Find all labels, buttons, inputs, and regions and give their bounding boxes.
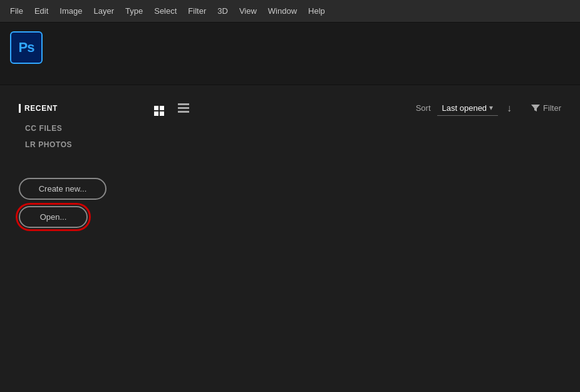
create-new-button[interactable]: Create new... — [19, 178, 106, 200]
titlebar: Ps — [0, 23, 580, 85]
chevron-down-icon: ▾ — [489, 103, 493, 112]
list-view-button[interactable] — [174, 101, 193, 115]
main-area: RECENT CC FILES LR PHOTOS Create new... … — [0, 85, 580, 392]
sidebar-item-lr-photos[interactable]: LR PHOTOS — [19, 137, 113, 153]
sort-value: Last opened — [442, 103, 487, 113]
sort-direction-icon[interactable]: ↓ — [507, 103, 512, 114]
menu-view[interactable]: View — [234, 4, 262, 18]
content-area: Sort Last opened ▾ ↓ Filter — [125, 85, 580, 392]
list-icon — [178, 103, 189, 113]
menu-help[interactable]: Help — [303, 4, 330, 18]
menu-file[interactable]: File — [5, 4, 28, 18]
filter-label: Filter — [543, 103, 561, 113]
menu-3d[interactable]: 3D — [212, 4, 233, 18]
sidebar-recent-title[interactable]: RECENT — [19, 104, 113, 113]
menubar: File Edit Image Layer Type Select Filter… — [0, 0, 580, 23]
grid-view-button[interactable] — [150, 98, 168, 118]
menu-select[interactable]: Select — [149, 4, 182, 18]
ps-logo: Ps — [10, 31, 43, 64]
content-toolbar: Sort Last opened ▾ ↓ Filter — [144, 98, 561, 118]
menu-layer[interactable]: Layer — [89, 4, 120, 18]
menu-window[interactable]: Window — [263, 4, 302, 18]
sidebar-item-cc-files[interactable]: CC FILES — [19, 120, 113, 137]
menu-type[interactable]: Type — [120, 4, 148, 18]
sort-dropdown[interactable]: Last opened ▾ — [437, 101, 499, 116]
sidebar-buttons: Create new... Open... — [19, 178, 113, 228]
sort-label: Sort — [416, 103, 431, 113]
filter-icon — [531, 103, 541, 113]
grid-icon — [154, 106, 164, 116]
sidebar: RECENT CC FILES LR PHOTOS Create new... … — [0, 85, 125, 392]
open-button[interactable]: Open... — [19, 206, 88, 228]
menu-edit[interactable]: Edit — [29, 4, 53, 18]
menu-filter[interactable]: Filter — [183, 4, 211, 18]
filter-button[interactable]: Filter — [531, 103, 561, 113]
menu-image[interactable]: Image — [54, 4, 87, 18]
